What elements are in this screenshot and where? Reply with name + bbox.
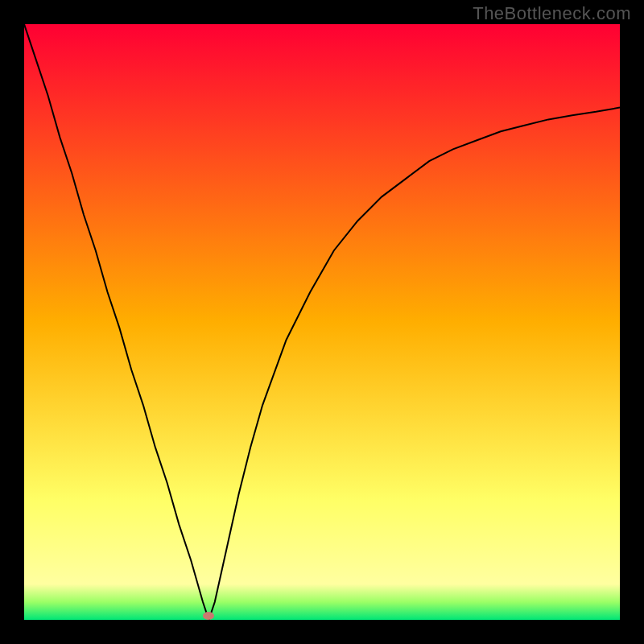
chart-plot-area — [24, 24, 620, 620]
watermark-text: TheBottleneck.com — [473, 3, 631, 24]
chart-frame: TheBottleneck.com — [0, 0, 644, 644]
plot-background — [24, 24, 620, 620]
minimum-marker — [203, 612, 214, 620]
